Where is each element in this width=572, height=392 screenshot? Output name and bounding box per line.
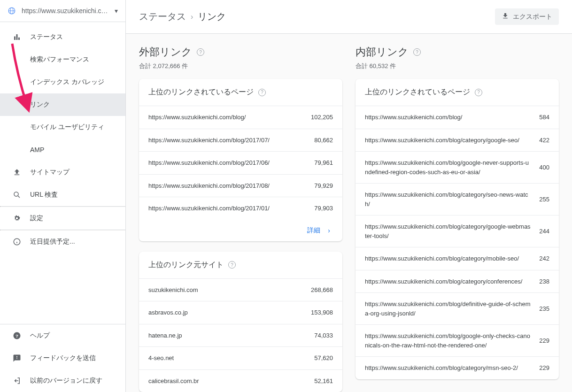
row-url: https://www.suzukikenichi.com/blog/googl… [365, 158, 539, 177]
nav-old-version[interactable]: 以前のバージョンに戻す [0, 369, 125, 392]
table-row[interactable]: https://www.suzukikenichi.com/blog/googl… [356, 152, 559, 184]
row-value: 400 [539, 164, 549, 171]
site-selector[interactable]: https://www.suzukikenichi.c… ▾ [0, 0, 125, 22]
table-row[interactable]: https://www.suzukikenichi.com/blog/2017/… [139, 197, 342, 220]
nav-bottom: ? ヘルプ フィードバックを送信 以前のバージョンに戻す [0, 324, 125, 392]
row-url: https://www.suzukikenichi.com/blog/categ… [365, 363, 539, 373]
chevron-right-icon: › [328, 227, 330, 234]
row-url: calicebrasil.com.br [148, 377, 314, 386]
help-icon: ? [11, 331, 23, 340]
table-row[interactable]: https://www.suzukikenichi.com/blog/2017/… [139, 175, 342, 198]
row-url: https://www.suzukikenichi.com/blog/defin… [365, 300, 539, 318]
nav-label: 以前のバージョンに戻す [30, 377, 102, 385]
table-row[interactable]: 4-seo.net57,620 [139, 347, 342, 370]
nav-help[interactable]: ? ヘルプ [0, 324, 125, 347]
row-value: 584 [539, 114, 549, 121]
table-row[interactable]: https://www.suzukikenichi.com/blog/102,2… [139, 106, 342, 129]
table-row[interactable]: https://www.suzukikenichi.com/blog/categ… [356, 215, 559, 247]
breadcrumb-current: リンク [198, 10, 226, 23]
nav-settings[interactable]: 設定 [0, 207, 125, 230]
download-icon [502, 12, 509, 21]
table-row[interactable]: https://www.suzukikenichi.com/blog/defin… [356, 293, 559, 325]
topbar: ステータス › リンク エクスポート [126, 0, 572, 34]
section-title: 外部リンク [139, 45, 192, 59]
nav-links[interactable]: リンク [0, 93, 125, 116]
export-button[interactable]: エクスポート [495, 8, 559, 25]
dropdown-icon: ▾ [115, 7, 118, 15]
row-value: 238 [539, 278, 549, 285]
table-row[interactable]: asbravos.co.jp153,908 [139, 301, 342, 324]
svg-text:?: ? [15, 333, 18, 338]
info-icon [11, 238, 23, 246]
table-row[interactable]: https://www.suzukikenichi.com/blog/categ… [356, 247, 559, 270]
row-url: https://www.suzukikenichi.com/blog/categ… [365, 190, 539, 208]
nav-label: インデックス カバレッジ [30, 78, 104, 86]
breadcrumb-parent[interactable]: ステータス [139, 10, 186, 23]
table-row[interactable]: hatena.ne.jp74,033 [139, 324, 342, 347]
table-row[interactable]: calicebrasil.com.br52,161 [139, 370, 342, 392]
nav-label: モバイル ユーザビリティ [30, 123, 104, 131]
nav-mobile[interactable]: モバイル ユーザビリティ [0, 116, 125, 138]
table-row[interactable]: https://www.suzukikenichi.com/blog/categ… [356, 270, 559, 293]
help-icon[interactable]: ? [475, 89, 482, 96]
help-icon[interactable]: ? [413, 48, 421, 56]
nav-label: フィードバックを送信 [30, 354, 96, 362]
section-title: 内部リンク [356, 45, 409, 59]
card-header: 上位のリンクされているページ ? [139, 79, 342, 106]
breadcrumb: ステータス › リンク [139, 10, 226, 23]
help-icon[interactable]: ? [228, 261, 236, 269]
row-value: 229 [539, 364, 549, 371]
row-value: 153,908 [311, 309, 333, 316]
nav-status[interactable]: ステータス [0, 26, 125, 48]
card-footer: 詳細 › [139, 220, 342, 241]
nav-performance[interactable]: 検索パフォーマンス [0, 48, 125, 71]
export-label: エクスポート [513, 13, 552, 21]
card-header: 上位のリンク元サイト ? [139, 252, 342, 279]
table-row[interactable]: suzukikenichi.com268,668 [139, 279, 342, 302]
table-row[interactable]: https://www.suzukikenichi.com/blog/categ… [356, 357, 559, 379]
nav-label: リンク [30, 100, 50, 109]
svg-rect-5 [18, 38, 20, 40]
main: ステータス › リンク エクスポート 外部リンク ? 合計 2,072,666 … [126, 0, 572, 392]
row-value: 235 [539, 305, 549, 312]
nav-feedback[interactable]: フィードバックを送信 [0, 347, 125, 369]
site-url: https://www.suzukikenichi.c… [22, 7, 111, 15]
nav-coming-soon[interactable]: 近日提供予定... [0, 231, 125, 253]
globe-icon [8, 7, 16, 15]
nav-label: AMP [30, 146, 44, 154]
row-value: 74,033 [314, 332, 333, 339]
section-total: 合計 60,532 件 [356, 62, 559, 70]
svg-rect-4 [16, 34, 18, 40]
row-value: 57,620 [314, 354, 333, 361]
row-url: https://www.suzukikenichi.com/blog/2017/… [148, 158, 314, 168]
row-value: 102,205 [311, 114, 333, 121]
nav-label: 検索パフォーマンス [30, 55, 89, 64]
top-linked-pages-card: 上位のリンクされているページ ? https://www.suzukikenic… [139, 79, 342, 241]
card-title: 上位のリンクされているページ [148, 87, 254, 97]
table-row[interactable]: https://www.suzukikenichi.com/blog/584 [356, 106, 559, 129]
help-icon[interactable]: ? [197, 48, 204, 56]
row-url: 4-seo.net [148, 354, 314, 363]
row-url: https://www.suzukikenichi.com/blog/2017/… [148, 181, 314, 191]
table-row[interactable]: https://www.suzukikenichi.com/blog/categ… [356, 129, 559, 152]
row-url: asbravos.co.jp [148, 308, 311, 317]
nav-coverage[interactable]: インデックス カバレッジ [0, 71, 125, 93]
nav-inspect[interactable]: URL 検査 [0, 184, 125, 206]
row-value: 268,668 [311, 286, 333, 293]
table-row[interactable]: https://www.suzukikenichi.com/blog/2017/… [139, 152, 342, 175]
table-row[interactable]: https://www.suzukikenichi.com/blog/googl… [356, 325, 559, 357]
row-value: 244 [539, 228, 549, 235]
exit-icon [11, 377, 23, 385]
row-value: 80,662 [314, 137, 333, 144]
row-url: https://www.suzukikenichi.com/blog/ [365, 113, 539, 122]
details-link[interactable]: 詳細 [307, 226, 320, 235]
top-linking-sites-card: 上位のリンク元サイト ? suzukikenichi.com268,668asb… [139, 252, 342, 392]
svg-rect-3 [14, 37, 15, 40]
table-row[interactable]: https://www.suzukikenichi.com/blog/categ… [356, 184, 559, 215]
chevron-right-icon: › [191, 13, 193, 21]
nav-sitemaps[interactable]: サイトマップ [0, 161, 125, 184]
nav-amp[interactable]: AMP [0, 138, 125, 161]
help-icon[interactable]: ? [258, 89, 266, 96]
row-url: https://www.suzukikenichi.com/blog/categ… [365, 136, 539, 145]
table-row[interactable]: https://www.suzukikenichi.com/blog/2017/… [139, 129, 342, 152]
